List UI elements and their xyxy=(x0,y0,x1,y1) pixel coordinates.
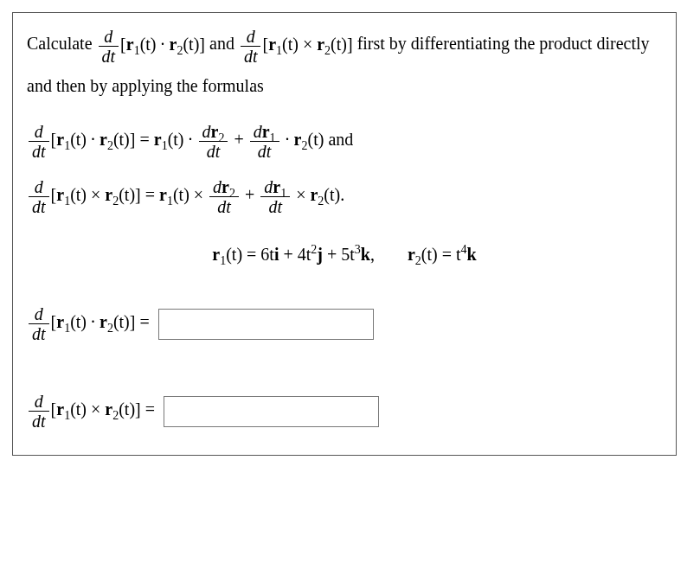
dot-product-rule: d dt [r1(t) · r2(t)] = r1(t) · dr2 dt + … xyxy=(27,114,662,161)
answer-cross-label: d dt [r1(t) × r2(t)] = xyxy=(27,392,155,431)
answer-dot-row: d dt [r1(t) · r2(t)] = xyxy=(27,304,662,343)
intro-paragraph: Calculate d dt [r1(t) · r2(t)] and d dt … xyxy=(27,23,662,105)
cross-product-rule: d dt [r1(t) × r2(t)] = r1(t) × dr2 dt + … xyxy=(27,170,662,217)
intro-prefix: Calculate xyxy=(27,34,97,53)
answer-dot-label: d dt [r1(t) · r2(t)] = xyxy=(27,304,150,343)
answer-cross-row: d dt [r1(t) × r2(t)] = xyxy=(27,392,662,431)
answer-cross-input[interactable] xyxy=(164,396,379,427)
answer-dot-input[interactable] xyxy=(158,309,374,340)
cross-derivative-expr: d dt [r1(t) × r2(t)] xyxy=(239,24,353,66)
and-word: and xyxy=(209,34,239,53)
given-vectors: r1(t) = 6ti + 4t2j + 5t3k, r2(t) = t4k xyxy=(27,243,662,265)
dot-derivative-expr: d dt [r1(t) · r2(t)] xyxy=(97,24,205,66)
question-panel: Calculate d dt [r1(t) · r2(t)] and d dt … xyxy=(12,12,677,456)
